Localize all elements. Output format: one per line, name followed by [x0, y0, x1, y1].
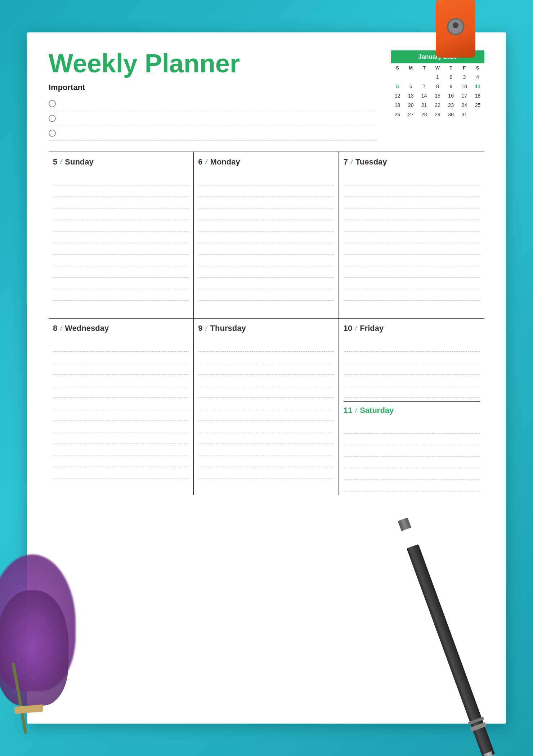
day-cell-thursday: 9 / Thursday [194, 319, 339, 495]
cal-week-1: 1 2 3 4 [391, 72, 484, 82]
day-lines-friday [344, 340, 480, 398]
flower-bunch-secondary [0, 590, 68, 706]
day-lines-wednesday [53, 340, 189, 478]
cal-day-19: 19 [391, 100, 404, 110]
line [344, 445, 480, 457]
line [53, 185, 189, 197]
cal-day-24: 24 [458, 100, 471, 110]
cal-week-2: 5 6 7 8 9 10 11 [391, 82, 484, 91]
item-line-3 [60, 133, 376, 134]
day-header-wednesday: 8 / Wednesday [53, 324, 189, 335]
cal-day-14: 14 [417, 91, 431, 100]
important-items [49, 96, 376, 141]
line [344, 208, 480, 220]
line [344, 422, 480, 434]
line [344, 434, 480, 445]
line [198, 432, 334, 444]
planner-title: Weekly Planner [49, 50, 376, 76]
day-cell-saturday: 11 / Saturday [344, 402, 480, 491]
cal-day-2: 2 [444, 72, 458, 82]
line [344, 340, 480, 352]
line [344, 185, 480, 197]
cal-day-empty-3 [417, 72, 431, 82]
day-name-thursday: Thursday [210, 324, 246, 333]
cal-day-6: 6 [404, 82, 417, 91]
day-header-thursday: 9 / Thursday [198, 324, 334, 335]
day-num-tuesday: 7 [344, 157, 348, 167]
day-cell-sunday: 5 / Sunday [49, 152, 194, 318]
day-cell-friday-saturday: 10 / Friday 11 / [339, 319, 484, 495]
day-num-wednesday: 8 [53, 324, 57, 333]
days-row-1: 5 / Sunday [49, 152, 484, 318]
day-name-tuesday: Tuesday [355, 157, 387, 167]
cal-day-25: 25 [471, 100, 484, 110]
line [53, 386, 189, 398]
line [344, 231, 480, 243]
line [198, 174, 334, 185]
day-slash-thursday: / [206, 325, 207, 332]
day-name-friday: Friday [360, 324, 384, 333]
line [344, 375, 480, 386]
day-lines-tuesday [344, 174, 480, 301]
day-cell-tuesday: 7 / Tuesday [339, 152, 484, 318]
cal-day-18: 18 [471, 91, 484, 100]
cal-header-t1: T [417, 63, 431, 72]
lavender-flowers [0, 554, 90, 734]
cal-day-1: 1 [431, 72, 444, 82]
checkbox-circle-1[interactable] [49, 100, 56, 107]
cal-week-4: 19 20 21 22 23 24 25 [391, 100, 484, 110]
line [344, 457, 480, 468]
line [53, 289, 189, 301]
cal-header-t2: T [444, 63, 458, 72]
day-name-saturday: Saturday [360, 406, 394, 415]
cal-day-10: 10 [458, 82, 471, 91]
item-line-1 [60, 103, 376, 104]
cal-week-3: 12 13 14 15 16 17 18 [391, 91, 484, 100]
line [344, 363, 480, 375]
line [53, 255, 189, 266]
cal-day-30: 30 [444, 110, 458, 119]
calendar-day-headers: S M T W T F S [391, 63, 484, 72]
day-slash-friday: / [355, 325, 357, 332]
line [344, 255, 480, 266]
checkbox-circle-3[interactable] [49, 130, 56, 137]
line [198, 444, 334, 455]
cal-day-11: 11 [471, 82, 484, 91]
line [198, 340, 334, 352]
line [344, 197, 480, 208]
cal-header-w: W [431, 63, 444, 72]
line [53, 243, 189, 255]
day-num-sunday: 5 [53, 157, 57, 167]
line [344, 278, 480, 289]
day-cell-monday: 6 / Monday [194, 152, 339, 318]
day-lines-saturday [344, 422, 480, 491]
pencil-sharpener [436, 0, 475, 58]
day-header-monday: 6 / Monday [198, 157, 334, 169]
cal-header-f: F [458, 63, 471, 72]
cal-day-13: 13 [404, 91, 417, 100]
line [53, 266, 189, 278]
day-lines-monday [198, 174, 334, 301]
line [198, 421, 334, 432]
line [344, 266, 480, 278]
line [53, 432, 189, 444]
day-slash-wednesday: / [60, 325, 62, 332]
important-label: Important [49, 83, 376, 92]
line [53, 220, 189, 231]
line [344, 174, 480, 185]
checkbox-circle-2[interactable] [49, 115, 56, 122]
day-header-friday: 10 / Friday [344, 324, 480, 335]
line [344, 289, 480, 301]
line [344, 243, 480, 255]
line [53, 409, 189, 421]
line [198, 398, 334, 409]
line [198, 386, 334, 398]
line [53, 174, 189, 185]
line [344, 468, 480, 480]
cal-day-21: 21 [417, 100, 431, 110]
cal-day-31: 31 [458, 110, 471, 119]
day-header-sunday: 5 / Sunday [53, 157, 189, 169]
important-item-2 [49, 111, 376, 126]
line [344, 480, 480, 491]
line [198, 455, 334, 467]
